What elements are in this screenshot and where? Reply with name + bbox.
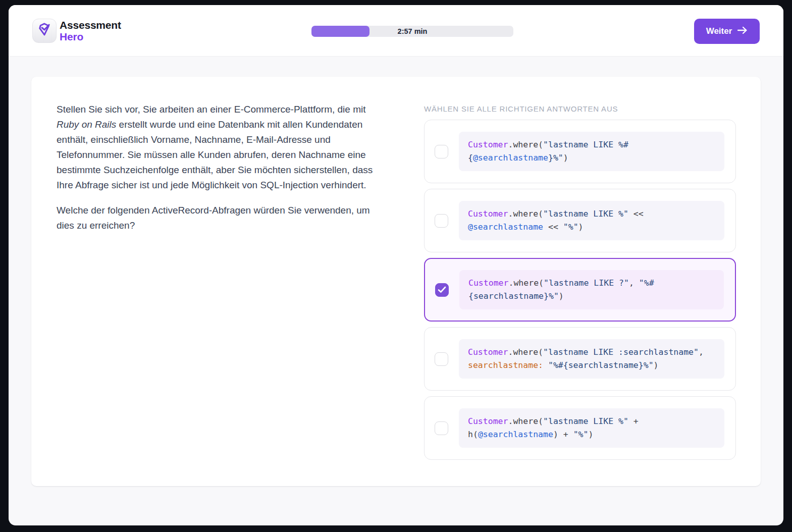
check-icon [438, 286, 446, 293]
question-paragraph-1: Stellen Sie sich vor, Sie arbeiten an ei… [57, 102, 373, 193]
question-p1-before: Stellen Sie sich vor, Sie arbeiten an ei… [57, 104, 365, 115]
answer-option-4[interactable]: Customer.where("lastname LIKE :searchlas… [424, 327, 736, 391]
answer-code: Customer.where("lastname LIKE ?", "%# {s… [468, 278, 654, 301]
answer-option-1[interactable]: Customer.where("lastname LIKE %# {@searc… [424, 120, 736, 183]
answer-option-2[interactable]: Customer.where("lastname LIKE %" << @sea… [424, 189, 736, 252]
answer-checkbox[interactable] [435, 352, 448, 366]
answer-code-block: Customer.where("lastname LIKE :searchlas… [459, 339, 724, 379]
answer-code-block: Customer.where("lastname LIKE %" + h(@se… [459, 408, 724, 448]
answer-option-5[interactable]: Customer.where("lastname LIKE %" + h(@se… [424, 396, 736, 460]
answer-options-column: WÄHLEN SIE ALLE RICHTIGEN ANTWORTEN AUS … [424, 104, 736, 465]
answer-checkbox[interactable] [435, 214, 448, 228]
answers-instruction-label: WÄHLEN SIE ALLE RICHTIGEN ANTWORTEN AUS [424, 104, 736, 113]
app-header: Assessment Hero 2:57 min Weiter [9, 5, 783, 57]
question-p1-italic: Ruby on Rails [57, 119, 116, 130]
answer-option-3[interactable]: Customer.where("lastname LIKE ?", "%# {s… [424, 258, 736, 322]
gem-check-icon [36, 21, 53, 40]
question-text-column: Stellen Sie sich vor, Sie arbeiten an ei… [57, 102, 373, 243]
timer-label: 2:57 min [311, 26, 513, 37]
question-paragraph-2: Welche der folgenden ActiveRecord-Abfrag… [57, 203, 373, 233]
answer-code-block: Customer.where("lastname LIKE %" << @sea… [459, 201, 724, 240]
options-list: Customer.where("lastname LIKE %# {@searc… [424, 120, 736, 460]
app-logo [32, 19, 57, 43]
answer-checkbox[interactable] [435, 421, 448, 435]
answer-code-block: Customer.where("lastname LIKE %# {@searc… [459, 132, 724, 171]
brand-title: Assessment Hero [60, 19, 121, 42]
next-button-label: Weiter [706, 26, 732, 36]
answer-checkbox[interactable] [435, 283, 449, 297]
question-p1-after: erstellt wurde und eine Datenbank mit al… [57, 119, 373, 190]
brand-line1: Assessment [60, 19, 121, 31]
timer-progress-bar: 2:57 min [311, 26, 513, 37]
app-window: Assessment Hero 2:57 min Weiter Stellen … [9, 5, 783, 525]
screenshot-frame: { "colors": { "accent": "#7747e0", "prog… [0, 0, 792, 532]
answer-checkbox[interactable] [435, 145, 448, 158]
arrow-right-icon [737, 26, 748, 37]
brand-line2: Hero [60, 31, 121, 42]
answer-code: Customer.where("lastname LIKE %# {@searc… [468, 140, 628, 163]
question-card: Stellen Sie sich vor, Sie arbeiten an ei… [31, 77, 761, 486]
answer-code-block: Customer.where("lastname LIKE ?", "%# {s… [459, 270, 724, 309]
answer-code: Customer.where("lastname LIKE %" << @sea… [468, 209, 644, 232]
answer-code: Customer.where("lastname LIKE :searchlas… [468, 347, 704, 370]
next-button[interactable]: Weiter [694, 19, 760, 44]
answer-code: Customer.where("lastname LIKE %" + h(@se… [468, 416, 639, 439]
